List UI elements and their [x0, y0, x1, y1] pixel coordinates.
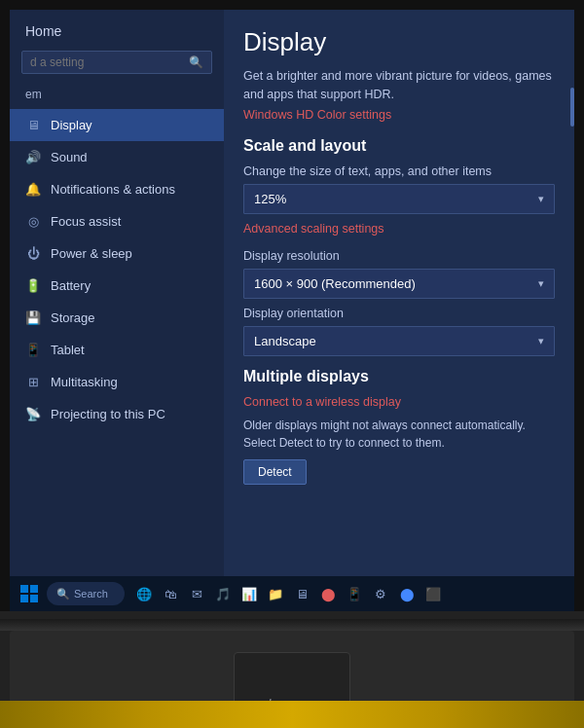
sidebar-item-projecting[interactable]: 📡 Projecting to this PC — [10, 398, 224, 430]
taskbar-search-icon: 🔍 — [56, 588, 70, 601]
sidebar-item-power-label: Power & sleep — [51, 246, 132, 261]
resolution-value: 1600 × 900 (Recommended) — [254, 276, 416, 291]
resolution-dropdown[interactable]: 1600 × 900 (Recommended) ▾ — [243, 269, 555, 299]
multitasking-icon: ⊞ — [25, 375, 41, 389]
svg-rect-0 — [20, 585, 28, 593]
scale-dropdown[interactable]: 125% ▾ — [243, 184, 555, 214]
display-icon: 🖥 — [25, 118, 41, 132]
sidebar-item-tablet[interactable]: 📱 Tablet — [10, 334, 224, 366]
orientation-dropdown[interactable]: Landscape ▾ — [243, 326, 555, 356]
taskbar-icon-excel[interactable]: 📊 — [237, 582, 261, 605]
focus-icon: ◎ — [25, 214, 41, 229]
hdr-link[interactable]: Windows HD Color settings — [243, 108, 555, 122]
sidebar-search-box[interactable]: 🔍 — [21, 51, 212, 74]
older-displays-text: Older displays might not always connect … — [243, 417, 555, 452]
taskbar-icon-phone[interactable]: 📱 — [343, 582, 366, 605]
taskbar-icon-mail[interactable]: ✉ — [185, 582, 208, 605]
taskbar: 🔍 Search 🌐 🛍 ✉ 🎵 📊 📁 🖥 ⬤ 📱 ⚙ ⬤ ⬛ — [10, 576, 574, 611]
windows-icon — [20, 585, 38, 602]
sidebar-item-power[interactable]: ⏻ Power & sleep — [10, 237, 224, 270]
sidebar-item-projecting-label: Projecting to this PC — [51, 407, 165, 421]
taskbar-icon-blue[interactable]: ⬤ — [395, 582, 419, 605]
sidebar-item-notifications-label: Notifications & actions — [51, 182, 175, 197]
battery-icon: 🔋 — [25, 278, 41, 293]
start-button[interactable] — [16, 580, 43, 607]
orientation-chevron-icon: ▾ — [538, 335, 544, 347]
storage-icon: 💾 — [25, 310, 41, 325]
taskbar-search-label: Search — [74, 588, 108, 600]
tablet-icon: 📱 — [25, 343, 41, 357]
page-title: Display — [243, 27, 555, 57]
taskbar-icon-monitor[interactable]: 🖥 — [290, 582, 313, 605]
hdr-description: Get a brighter and more vibrant picture … — [243, 67, 555, 104]
orientation-value: Landscape — [254, 334, 316, 348]
sidebar-item-storage-label: Storage — [51, 310, 95, 325]
sidebar-item-battery[interactable]: 🔋 Battery — [10, 270, 224, 302]
laptop-frame: Home 🔍 em 🖥 Display 🔊 Sound 🔔 Notificati… — [0, 0, 584, 728]
screen: Home 🔍 em 🖥 Display 🔊 Sound 🔔 Notificati… — [10, 10, 574, 576]
scale-chevron-icon: ▾ — [538, 193, 544, 205]
sidebar-home-label: Home — [10, 10, 224, 45]
sidebar-item-focus[interactable]: ◎ Focus assist — [10, 205, 224, 237]
taskbar-icon-store[interactable]: 🛍 — [159, 582, 182, 605]
scale-label: Change the size of text, apps, and other… — [243, 164, 555, 178]
sidebar-item-display[interactable]: 🖥 Display — [10, 109, 224, 141]
sound-icon: 🔊 — [25, 150, 41, 164]
sidebar-item-battery-label: Battery — [51, 278, 91, 293]
svg-rect-1 — [30, 585, 38, 593]
svg-rect-3 — [30, 595, 38, 602]
sidebar-item-sound[interactable]: 🔊 Sound — [10, 141, 224, 173]
power-icon: ⏻ — [25, 246, 41, 261]
search-icon: 🔍 — [189, 55, 203, 69]
projecting-icon: 📡 — [25, 407, 41, 421]
sidebar-item-focus-label: Focus assist — [51, 214, 121, 229]
taskbar-icon-settings2[interactable]: ⚙ — [369, 582, 392, 605]
detect-button[interactable]: Detect — [243, 459, 307, 485]
sidebar: Home 🔍 em 🖥 Display 🔊 Sound 🔔 Notificati… — [10, 10, 224, 576]
taskbar-icon-files[interactable]: 📁 — [264, 582, 287, 605]
sidebar-system-label: em — [10, 84, 224, 109]
sidebar-search-input[interactable] — [30, 55, 189, 69]
main-content: Display Get a brighter and more vibrant … — [224, 10, 574, 576]
sidebar-item-sound-label: Sound — [51, 150, 88, 164]
orientation-label: Display orientation — [243, 307, 555, 320]
notifications-icon: 🔔 — [25, 182, 41, 197]
resolution-chevron-icon: ▾ — [538, 277, 544, 290]
wireless-display-link[interactable]: Connect to a wireless display — [243, 395, 555, 409]
scale-value: 125% — [254, 192, 286, 206]
sidebar-item-multitasking-label: Multitasking — [51, 375, 118, 389]
laptop-hinge — [0, 619, 584, 631]
resolution-label: Display resolution — [243, 249, 555, 263]
taskbar-search[interactable]: 🔍 Search — [47, 582, 125, 605]
taskbar-icon-browser[interactable]: 🌐 — [132, 582, 156, 605]
taskbar-icon-music[interactable]: 🎵 — [211, 582, 235, 605]
multiple-displays-title: Multiple displays — [243, 368, 555, 385]
sidebar-item-storage[interactable]: 💾 Storage — [10, 302, 224, 334]
taskbar-icons: 🌐 🛍 ✉ 🎵 📊 📁 🖥 ⬤ 📱 ⚙ ⬤ ⬛ — [128, 582, 568, 605]
sidebar-item-notifications[interactable]: 🔔 Notifications & actions — [10, 173, 224, 205]
yellow-bar — [0, 701, 584, 728]
taskbar-icon-black[interactable]: ⬛ — [421, 582, 445, 605]
svg-rect-2 — [20, 595, 28, 602]
advanced-scaling-link[interactable]: Advanced scaling settings — [243, 222, 555, 236]
sidebar-item-display-label: Display — [51, 118, 92, 132]
taskbar-icon-red[interactable]: ⬤ — [316, 582, 340, 605]
sidebar-item-tablet-label: Tablet — [51, 343, 85, 357]
scale-section-title: Scale and layout — [243, 137, 555, 155]
sidebar-item-multitasking[interactable]: ⊞ Multitasking — [10, 366, 224, 398]
